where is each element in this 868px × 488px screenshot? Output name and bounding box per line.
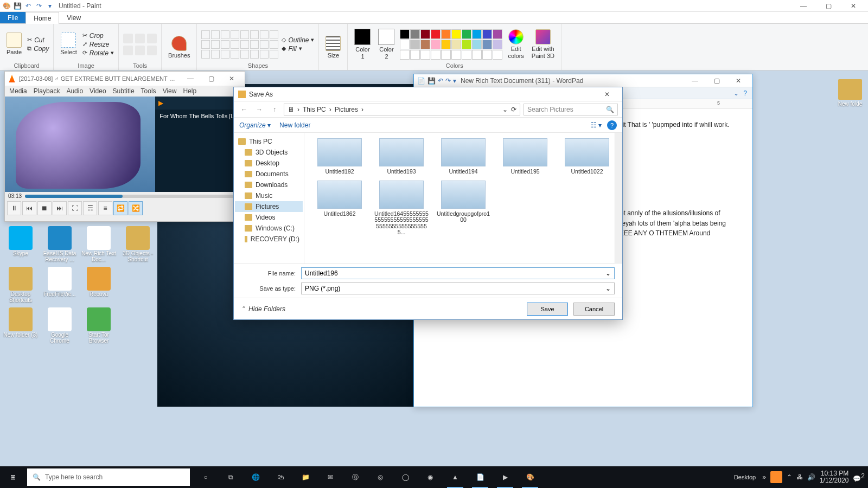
vlc-loop-button[interactable]: 🔁	[113, 201, 127, 215]
saveas-close-button[interactable]: ✕	[596, 91, 618, 98]
palette-swatch[interactable]	[482, 50, 492, 60]
cut-button[interactable]: ✂ Cut	[27, 36, 49, 44]
refresh-icon[interactable]: ⟳	[511, 106, 516, 113]
fill-tool[interactable]	[135, 34, 145, 43]
tray-chevron-icon[interactable]: »	[762, 473, 766, 481]
vlc-titlebar[interactable]: [2017-03-08] ♂ GET EXTREME BUTT ENLARGEM…	[5, 72, 245, 86]
palette-swatch[interactable]	[462, 50, 471, 60]
palette-swatch[interactable]	[410, 50, 420, 60]
tree-node[interactable]: Videos	[235, 212, 303, 223]
taskbar-edge[interactable]: 🌐	[243, 466, 268, 488]
brushes-button[interactable]: Brushes	[166, 35, 192, 60]
desktop-icon[interactable]: EaseUS Data Recovery ...	[41, 226, 78, 262]
taskbar-explorer[interactable]: 📁	[293, 466, 318, 488]
palette-swatch[interactable]	[400, 29, 410, 39]
vlc-playlist-button[interactable]: ≡	[98, 201, 112, 215]
vlc-playlist[interactable]: ▶ For Whom The Bells Tolls [Li...	[155, 97, 245, 192]
vlc-menu-item[interactable]: Audio	[66, 87, 83, 95]
files-scrollbar[interactable]	[615, 133, 622, 263]
wp-save-icon[interactable]: 💾	[427, 77, 436, 85]
wp-close-button[interactable]: ✕	[727, 75, 749, 87]
vlc-menu-item[interactable]: Tools	[141, 87, 156, 95]
palette-swatch[interactable]	[451, 50, 461, 60]
palette-swatch[interactable]	[420, 29, 430, 39]
chevron-down-icon[interactable]: ⌄	[605, 269, 611, 277]
desktop-icon[interactable]: 3D Objects - Shortcut	[119, 226, 156, 262]
desktop-icon[interactable]: Recuva	[80, 267, 117, 303]
outline-button[interactable]: ◇ Outline ▾	[282, 36, 314, 44]
nav-up-button[interactable]: ↑	[269, 104, 280, 115]
wp-minimize-button[interactable]: —	[684, 75, 706, 87]
vlc-minimize-button[interactable]: —	[181, 73, 200, 85]
desktop-folder-side[interactable]: New folde	[834, 79, 866, 107]
nav-forward-button[interactable]: →	[253, 104, 265, 115]
chevron-down-icon[interactable]: ⌄	[605, 285, 611, 292]
palette-swatch[interactable]	[441, 29, 451, 39]
maximize-button[interactable]: ▢	[816, 0, 841, 12]
palette-swatch[interactable]	[431, 50, 441, 60]
vlc-menu-item[interactable]: Help	[183, 87, 196, 95]
wp-undo-icon[interactable]: ↶	[438, 77, 443, 85]
vlc-menu-item[interactable]: Playback	[34, 87, 60, 95]
palette-swatch[interactable]	[482, 29, 492, 39]
file-item[interactable]: Untitled1862	[310, 181, 369, 236]
playlist-play-icon[interactable]: ▶	[158, 99, 163, 107]
tree-node[interactable]: RECOVERY (D:)	[235, 234, 303, 245]
tree-node[interactable]: This PC	[235, 136, 303, 147]
qat-customize-icon[interactable]: ▾	[46, 2, 54, 10]
tab-file[interactable]: File	[0, 12, 25, 23]
vlc-close-button[interactable]: ✕	[222, 73, 241, 85]
vlc-menu-item[interactable]: Media	[9, 87, 27, 95]
filetype-select[interactable]: PNG (*.png)⌄	[301, 282, 615, 294]
hide-folders-button[interactable]: ⌃ Hide Folders	[241, 305, 285, 313]
palette-swatch[interactable]	[493, 50, 502, 60]
desktop-icon[interactable]: New Rich Text Doc...	[80, 226, 117, 262]
desktop-icon[interactable]: FreeFileVie...	[41, 267, 78, 303]
tray-overflow-icon[interactable]: ⌃	[787, 473, 792, 481]
tree-node[interactable]: Windows (C:)	[235, 223, 303, 234]
taskbar-search[interactable]: 🔍 Type here to search	[27, 468, 190, 486]
palette-swatch[interactable]	[441, 40, 451, 49]
palette-swatch[interactable]	[441, 50, 451, 60]
vlc-seekbar[interactable]	[25, 195, 241, 198]
taskbar-app2[interactable]: ◉	[418, 466, 443, 488]
tree-node[interactable]: Music	[235, 190, 303, 201]
vlc-video-area[interactable]	[5, 97, 155, 192]
paste-button[interactable]: Paste	[4, 31, 24, 56]
palette-swatch[interactable]	[472, 40, 482, 49]
palette-swatch[interactable]	[451, 29, 461, 39]
help-icon[interactable]: ?	[607, 120, 617, 130]
taskbar-app1[interactable]: ◯	[393, 466, 418, 488]
taskbar-paint[interactable]: 🎨	[518, 466, 542, 488]
file-item[interactable]: Untitled195	[495, 138, 555, 175]
paint-titlebar[interactable]: 🎨 💾 ↶ ↷ ▾ Untitled - Paint — ▢ ✕	[0, 0, 868, 12]
breadcrumb[interactable]: 🖥 › This PC › Pictures › ⌄ ⟳	[284, 104, 520, 115]
palette-swatch[interactable]	[462, 40, 471, 49]
paint3d-button[interactable]: Edit with Paint 3D	[529, 28, 557, 60]
filename-input[interactable]: Untitled196⌄	[301, 267, 615, 279]
breadcrumb-dropdown-icon[interactable]: ⌄	[502, 106, 508, 113]
palette-swatch[interactable]	[493, 40, 502, 49]
qat-save-icon[interactable]: 💾	[13, 2, 22, 10]
file-item[interactable]: Untitled16455555555555555555555555555555…	[372, 181, 431, 236]
folder-tree[interactable]: This PC3D ObjectsDesktopDocumentsDownloa…	[234, 133, 304, 264]
file-item[interactable]: Untitled193	[372, 138, 431, 175]
tree-node[interactable]: Pictures	[235, 201, 303, 212]
taskbar-vlc[interactable]: ▲	[443, 466, 468, 488]
palette-swatch[interactable]	[472, 50, 482, 60]
palette-swatch[interactable]	[431, 29, 441, 39]
palette-swatch[interactable]	[420, 40, 430, 49]
desktop-icon[interactable]: Start Tor Browser	[80, 307, 117, 344]
file-list[interactable]: Untitled192Untitled193Untitled194Untitle…	[304, 133, 622, 264]
tab-view[interactable]: View	[59, 12, 88, 23]
saveas-titlebar[interactable]: Save As ✕	[234, 87, 622, 101]
palette-swatch[interactable]	[400, 40, 410, 49]
vlc-shuffle-button[interactable]: 🔀	[129, 201, 143, 215]
palette-swatch[interactable]	[410, 29, 420, 39]
palette-swatch[interactable]	[400, 50, 410, 60]
vlc-extended-button[interactable]: ☴	[83, 201, 97, 215]
wp-redo-icon[interactable]: ↷	[445, 77, 451, 85]
palette-swatch[interactable]	[451, 40, 461, 49]
magnifier-tool[interactable]	[147, 46, 157, 55]
picker-tool[interactable]	[135, 46, 145, 55]
